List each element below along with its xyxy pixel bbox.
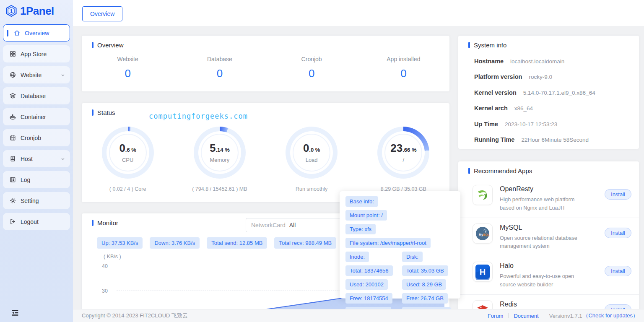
y-tick-30: 30 — [98, 288, 108, 294]
sysinfo-label: Kernel version — [474, 89, 517, 96]
stat-value[interactable]: 0 — [82, 67, 174, 80]
sysinfo-row: Kernel version5.14.0-70.17.1.el9_0.x86_6… — [458, 89, 639, 96]
install-button[interactable]: Install — [605, 189, 631, 200]
brand-logo: 1 1Panel — [0, 0, 73, 21]
server-icon — [9, 155, 16, 162]
status-gauges: 0.6 % CPU 5.14 % Memory — [82, 127, 449, 179]
mysql-icon: My SQL — [473, 223, 493, 244]
install-button[interactable]: Install — [605, 228, 631, 238]
sysinfo-row: Up Time2023-10-17 12:53:23 — [458, 121, 639, 127]
redis-icon — [473, 300, 493, 309]
base-info-chip: Base info: — [345, 196, 378, 207]
inode-disk-grid: Inode: Disk: Total: 18374656 Total: 35.0… — [345, 252, 454, 309]
gauge-value-frac: .0 % — [309, 147, 320, 153]
sidebar-item-logout[interactable]: Logout — [3, 213, 70, 230]
sidebar-item-host[interactable]: Host — [3, 150, 70, 167]
sidebar-item-container[interactable]: Container — [3, 108, 70, 125]
app-name[interactable]: Redis — [500, 301, 587, 308]
sysinfo-label: Up Time — [474, 121, 498, 127]
select-value: All — [289, 222, 296, 229]
sysinfo-label: Platform version — [474, 73, 522, 80]
stat-website: Website 0 — [82, 56, 174, 80]
halo-icon: H — [473, 262, 493, 282]
tab-overview[interactable]: Overview — [82, 6, 122, 21]
sysinfo-row: Kernel archx86_64 — [458, 105, 639, 112]
up-speed-chip: Up: 37.53 KB/s — [97, 237, 143, 249]
logout-icon — [9, 218, 16, 225]
recommended-apps-card: Recommended Apps OpenResty High performa… — [458, 161, 639, 309]
sysinfo-row: Hostnamelocalhost.localdomain — [458, 58, 639, 65]
overview-card-title: Overview — [82, 36, 449, 49]
sidebar: 1 1Panel Overview App Store Website — [0, 0, 73, 322]
watermark-text: computingforgeeks.com — [149, 112, 248, 120]
sidebar-item-database[interactable]: Database — [3, 87, 70, 104]
apps-list: OpenResty High performance web platform … — [458, 179, 639, 309]
sidebar-item-overview[interactable]: Overview — [3, 24, 70, 42]
version-value: v1.7.1 — [567, 313, 582, 319]
app-name[interactable]: MySQL — [500, 224, 587, 231]
top-header: Overview — [73, 0, 644, 26]
gauge-value-int: 23 — [390, 142, 402, 154]
sidebar-item-website[interactable]: Website — [3, 66, 70, 83]
install-button[interactable]: Install — [605, 266, 631, 276]
install-button[interactable]: Install — [605, 304, 631, 309]
status-card-title: Status — [82, 103, 449, 116]
gauge-value-int: 0 — [119, 142, 125, 154]
gauge-label: CPU — [122, 157, 133, 163]
sidebar-item-label: Overview — [25, 30, 49, 36]
recommended-apps-title: Recommended Apps — [458, 161, 639, 174]
app-name[interactable]: Halo — [500, 262, 587, 270]
sidebar-item-cronjob[interactable]: Cronjob — [3, 129, 70, 146]
collapse-sidebar-icon — [10, 308, 20, 317]
gauge-value-frac: .14 % — [216, 147, 229, 153]
title-accent-bar — [92, 42, 93, 48]
app-text: Halo Powerful and easy-to-use open sourc… — [500, 262, 587, 289]
home-icon — [13, 29, 21, 36]
sidebar-item-setting[interactable]: Setting — [3, 192, 70, 209]
load-gauge: 0.0 % Load — [286, 127, 338, 179]
type-chip: Type: xfs — [345, 224, 376, 234]
card-title-text: System info — [474, 42, 506, 49]
stat-label: App installed — [358, 56, 449, 62]
docker-whale-icon — [9, 113, 16, 120]
stat-cronjob: Cronjob 0 — [266, 56, 358, 80]
app-row-halo: H Halo Powerful and easy-to-use open sou… — [458, 256, 639, 295]
stat-value[interactable]: 0 — [358, 67, 449, 80]
document-link[interactable]: Document — [514, 313, 538, 319]
system-info-rows: Hostnamelocalhost.localdomain Platform v… — [458, 58, 639, 143]
system-info-card: System info Hostnamelocalhost.localdomai… — [458, 36, 639, 149]
sidebar-item-log[interactable]: Log — [3, 171, 70, 188]
sysinfo-row: Running Time22Hour 6Minute 58Second — [458, 136, 639, 143]
main-content: Overview Website 0 Database 0 Cronjob 0 … — [73, 26, 644, 309]
brand-name: 1Panel — [20, 5, 54, 18]
card-title-text: Monitor — [97, 219, 118, 226]
stat-value[interactable]: 0 — [174, 67, 265, 80]
sidebar-item-label: Host — [21, 156, 33, 162]
stat-value[interactable]: 0 — [266, 67, 358, 80]
disk-root-gauge[interactable]: 23.66 % / — [377, 127, 429, 179]
cpu-gauge: 0.6 % CPU — [102, 127, 154, 179]
check-for-updates-link[interactable]: （Check for updates） — [583, 312, 638, 319]
app-name[interactable]: OpenResty — [500, 185, 587, 193]
sidebar-item-label: Logout — [21, 218, 39, 225]
version-label: Version — [549, 313, 567, 319]
stat-app-installed: App installed 0 — [358, 56, 449, 80]
gear-icon — [9, 197, 16, 204]
forum-link[interactable]: Forum — [488, 313, 504, 319]
memory-subtext: ( 794.8 / 15452.61 ) MB — [174, 186, 265, 192]
sidebar-item-app-store[interactable]: App Store — [3, 45, 70, 62]
copyright-text: Copyright © 2014-2023 FIT2CLOUD 飞致云 — [82, 312, 486, 319]
card-title-text: Overview — [97, 42, 124, 49]
app-text: MySQL Open source relational database ma… — [500, 223, 587, 251]
sysinfo-row: Platform versionrocky-9.0 — [458, 73, 639, 80]
collapse-sidebar-button[interactable] — [10, 308, 20, 319]
sidebar-item-label: Log — [21, 177, 30, 183]
overview-stats: Website 0 Database 0 Cronjob 0 App insta… — [82, 56, 449, 80]
globe-icon — [9, 71, 16, 78]
mount-point-chip: Mount point: / — [345, 210, 387, 221]
app-row-redis: Redis Install — [458, 295, 639, 309]
app-description: High performance web platform based on N… — [500, 195, 587, 212]
gauge-value-frac: .6 % — [125, 147, 136, 153]
system-info-title: System info — [458, 36, 639, 49]
footer-divider — [508, 313, 509, 318]
